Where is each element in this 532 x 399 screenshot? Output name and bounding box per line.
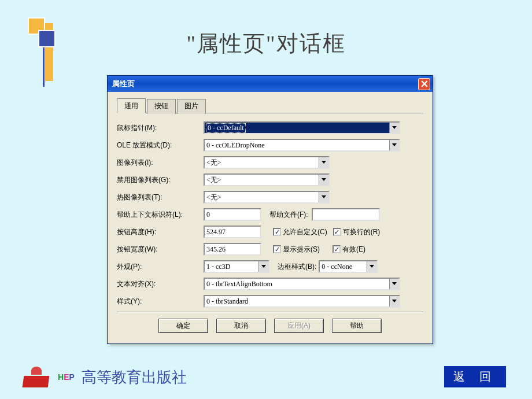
chevron-down-icon[interactable] (258, 261, 268, 272)
label-help-file: 帮助文件(F): (269, 210, 308, 220)
checkbox-enabled[interactable]: 有效(E) (332, 245, 365, 254)
tab-general[interactable]: 通用 (117, 98, 146, 113)
ok-button[interactable]: 确定 (158, 319, 208, 333)
label-image-list: 图像列表(I): (117, 158, 204, 168)
label-text-align: 文本对齐(X): (117, 279, 204, 289)
checkbox-show-tips[interactable]: 显示提示(S) (273, 245, 320, 254)
label-ole-drop-mode: OLE 放置模式(D): (117, 141, 204, 150)
combo-style[interactable]: 0 - tbrStandard (204, 295, 400, 308)
chevron-down-icon[interactable] (319, 175, 328, 185)
slide-title: "属性页"对话框 (0, 29, 532, 58)
close-icon (421, 80, 428, 87)
combo-appearance[interactable]: 1 - cc3D (204, 260, 269, 273)
help-button[interactable]: 帮助 (332, 319, 382, 333)
label-disabled-image-list: 禁用图像列表(G): (117, 175, 204, 185)
cancel-button[interactable]: 取消 (216, 319, 266, 333)
label-style: 样式(Y): (117, 297, 204, 306)
combo-image-list[interactable]: <无> (204, 156, 330, 169)
combo-disabled-image-list[interactable]: <无> (204, 173, 330, 186)
apply-button[interactable]: 应用(A) (274, 319, 324, 333)
input-help-file[interactable] (312, 208, 380, 221)
checkbox-icon (333, 228, 341, 236)
checkbox-icon (332, 245, 341, 253)
label-button-width: 按钮宽度(W): (117, 245, 204, 254)
label-help-context-id: 帮助上下文标识符(L): (117, 210, 204, 220)
checkbox-wrappable[interactable]: 可换行的(R) (333, 227, 380, 237)
chevron-down-icon[interactable] (319, 192, 328, 202)
property-page-dialog: 属性页 通用 按钮 图片 鼠标指针(M): 0 - ccDefault OLE … (107, 75, 433, 344)
checkbox-icon (273, 245, 281, 253)
publisher-name: 高等教育出版社 (82, 367, 187, 387)
slide-footer: HEP 高等教育出版社 (23, 367, 187, 387)
chevron-down-icon[interactable] (319, 157, 328, 168)
chevron-down-icon[interactable] (389, 296, 399, 306)
return-button[interactable]: 返 回 (444, 366, 506, 387)
label-mouse-pointer: 鼠标指针(M): (117, 123, 204, 133)
label-border-style: 边框样式(B): (278, 262, 316, 272)
label-button-height: 按钮高度(H): (117, 227, 204, 237)
checkbox-icon (273, 228, 281, 236)
combo-hot-image-list[interactable]: <无> (204, 191, 330, 204)
input-help-context-id[interactable]: 0 (204, 208, 261, 221)
chevron-down-icon[interactable] (367, 261, 376, 272)
chevron-down-icon[interactable] (389, 123, 399, 133)
combo-mouse-pointer[interactable]: 0 - ccDefault (204, 121, 400, 134)
tab-picture[interactable]: 图片 (177, 99, 206, 114)
label-hot-image-list: 热图像列表(T): (117, 193, 204, 202)
chevron-down-icon[interactable] (389, 140, 399, 150)
label-appearance: 外观(P): (117, 262, 204, 272)
input-button-height[interactable]: 524.97 (204, 226, 261, 238)
dialog-button-bar: 确定 取消 应用(A) 帮助 (117, 312, 423, 335)
input-button-width[interactable]: 345.26 (204, 243, 261, 256)
hep-logo-text: HEP (58, 372, 75, 382)
checkbox-allow-customize[interactable]: 允许自定义(C) (273, 227, 327, 237)
tab-bar: 通用 按钮 图片 (117, 98, 423, 113)
dialog-titlebar[interactable]: 属性页 (108, 76, 433, 92)
combo-text-align[interactable]: 0 - tbrTextAlignBottom (204, 278, 400, 290)
dialog-body: 通用 按钮 图片 鼠标指针(M): 0 - ccDefault OLE 放置模式… (108, 92, 433, 343)
chevron-down-icon[interactable] (389, 279, 399, 289)
close-button[interactable] (418, 78, 430, 90)
hep-logo-icon (23, 367, 51, 387)
combo-ole-drop-mode[interactable]: 0 - ccOLEDropNone (204, 139, 400, 152)
tab-button[interactable]: 按钮 (147, 99, 176, 114)
dialog-title: 属性页 (112, 79, 135, 89)
general-form: 鼠标指针(M): 0 - ccDefault OLE 放置模式(D): 0 - … (117, 119, 423, 312)
combo-border-style[interactable]: 0 - ccNone (319, 260, 378, 273)
